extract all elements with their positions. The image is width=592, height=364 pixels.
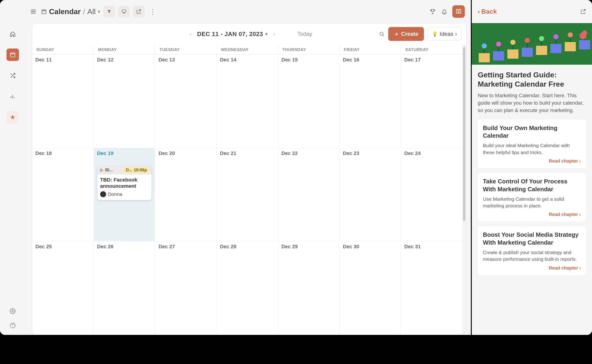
prev-range[interactable]: ‹ [186, 29, 195, 39]
calendar-cell[interactable]: Dec 18 [32, 148, 94, 241]
nav-help[interactable] [10, 322, 16, 328]
today-button[interactable]: Today [297, 31, 312, 37]
calendar-cell[interactable]: Dec 31 [401, 241, 462, 335]
hero-plant [536, 43, 547, 55]
calendar-cell[interactable]: Dec 23 [339, 148, 401, 241]
chapter-desc: Create & publish your social strategy an… [483, 249, 581, 263]
date-label: Dec 29 [282, 244, 336, 250]
event-type: Bl... [105, 168, 113, 173]
calendar-cell[interactable]: Dec 25 [32, 241, 94, 335]
more-menu[interactable]: ⋮ [147, 6, 158, 17]
calendar-header: ‹ DEC 11 - JAN 07, 2023 ▾ › Today [32, 23, 466, 45]
nav-analytics[interactable] [7, 90, 19, 103]
avatar [100, 191, 106, 197]
nav-shuffle[interactable] [7, 69, 19, 82]
page-title[interactable]: Calendar [49, 7, 81, 16]
calendar-cell[interactable]: Dec 20 [155, 148, 216, 241]
date-label: Dec 21 [220, 150, 275, 156]
calendar-cell[interactable]: Dec 28 [216, 241, 278, 335]
create-label: Create [401, 31, 418, 37]
svg-point-1 [12, 310, 13, 312]
chapter-title: Boost Your Social Media Strategy With Ma… [483, 231, 581, 247]
chapter-card[interactable]: Build Your Own Marketing CalendarBuild y… [478, 120, 586, 168]
day-header: SATURDAY [401, 45, 462, 54]
chevron-left-icon: ‹ [478, 8, 480, 15]
nav-rail: ★ [0, 0, 26, 335]
nav-favorite[interactable]: ★ [7, 111, 19, 123]
calendar-cell[interactable]: Dec 14 [216, 54, 278, 148]
nav-settings[interactable] [10, 308, 16, 314]
svg-point-6 [100, 171, 101, 172]
day-header: FRIDAY [339, 45, 401, 54]
calendar-cell[interactable]: Dec 16 [339, 54, 401, 148]
svg-rect-4 [122, 10, 126, 13]
topbar: Calendar / All ▾ ⋮ [26, 0, 471, 23]
search-icon[interactable] [379, 31, 384, 37]
trophy-icon[interactable] [427, 6, 438, 17]
date-label: Dec 13 [158, 57, 213, 63]
calendar-cell[interactable]: Dec 29 [278, 241, 339, 335]
calendar-cell[interactable]: Dec 11 [32, 54, 94, 148]
calendar-cell[interactable]: Dec 13 [155, 54, 216, 148]
date-label: Dec 19 [97, 150, 152, 156]
calendar-cell[interactable]: Dec 27 [155, 241, 216, 335]
chapter-card[interactable]: Take Control Of Your Process With Market… [478, 173, 586, 222]
day-header: WEDNESDAY [216, 45, 278, 54]
plus-icon: ＋ [394, 30, 399, 38]
svg-rect-0 [10, 53, 15, 57]
date-range-selector[interactable]: DEC 11 - JAN 07, 2023 ▾ [195, 31, 270, 38]
open-external-icon[interactable] [580, 9, 586, 14]
chevron-down-icon[interactable]: ▾ [98, 9, 100, 14]
svg-rect-3 [42, 10, 46, 14]
chapter-title: Build Your Own Marketing Calendar [483, 124, 581, 140]
hero-plant [479, 50, 490, 62]
calendar-cell[interactable]: Dec 30 [339, 241, 401, 335]
calendar-cell[interactable]: Dec 24 [401, 148, 462, 241]
event-status-pill: D...10:06p [123, 167, 149, 173]
nav-calendar[interactable] [7, 48, 19, 61]
date-label: Dec 30 [343, 244, 398, 250]
event-card[interactable]: Bl...D...10:06pTBD: Facebook announcemen… [97, 166, 152, 200]
hero-plant [522, 45, 533, 57]
ideas-button[interactable]: 💡 Ideas › [428, 27, 461, 41]
date-label: Dec 16 [343, 57, 398, 63]
chapter-card[interactable]: Boost Your Social Media Strategy With Ma… [478, 226, 586, 275]
scrollbar[interactable] [462, 45, 466, 335]
calendar-cell[interactable]: Dec 21 [216, 148, 278, 241]
guide-title: Getting Started Guide: Marketing Calenda… [478, 70, 586, 89]
guide-toggle[interactable] [452, 5, 465, 18]
calendar-cell[interactable]: Dec 19Bl...D...10:06pTBD: Facebook annou… [94, 148, 155, 241]
hero-plant [493, 48, 504, 60]
calendar-cell[interactable]: Dec 15 [278, 54, 339, 148]
read-chapter-link[interactable]: Read chapter [483, 212, 581, 217]
next-range[interactable]: › [270, 29, 279, 39]
rss-icon [100, 168, 103, 172]
date-label: Dec 17 [404, 57, 459, 63]
bell-icon[interactable] [438, 6, 450, 17]
back-button[interactable]: ‹ Back [478, 8, 497, 15]
calendar-cell[interactable]: Dec 17 [401, 54, 462, 148]
hero-plant [579, 37, 590, 49]
hero-plant [550, 41, 561, 53]
guide-description: New to Marketing Calendar. Start here. T… [478, 92, 586, 114]
breadcrumb: Calendar / All ▾ [41, 7, 100, 16]
date-label: Dec 27 [158, 244, 213, 250]
calendar-cell[interactable]: Dec 12 [94, 54, 155, 148]
create-button[interactable]: ＋ Create [388, 27, 424, 41]
date-label: Dec 25 [35, 244, 90, 250]
filter-button[interactable] [103, 6, 115, 17]
read-chapter-link[interactable]: Read chapter [483, 265, 581, 271]
calendar-cell[interactable]: Dec 26 [94, 241, 155, 335]
date-range-label: DEC 11 - JAN 07, 2023 [197, 31, 263, 38]
menu-toggle[interactable] [28, 6, 39, 17]
read-chapter-link[interactable]: Read chapter [483, 158, 581, 164]
calendar-icon [41, 9, 47, 14]
nav-home[interactable] [7, 28, 19, 40]
share-button[interactable] [133, 6, 145, 17]
view-selector[interactable]: All [87, 7, 96, 16]
event-title: TBD: Facebook announcement [100, 177, 149, 189]
display-button[interactable] [118, 6, 130, 17]
date-label: Dec 14 [220, 57, 275, 63]
date-label: Dec 12 [97, 57, 152, 63]
calendar-cell[interactable]: Dec 22 [278, 148, 339, 241]
